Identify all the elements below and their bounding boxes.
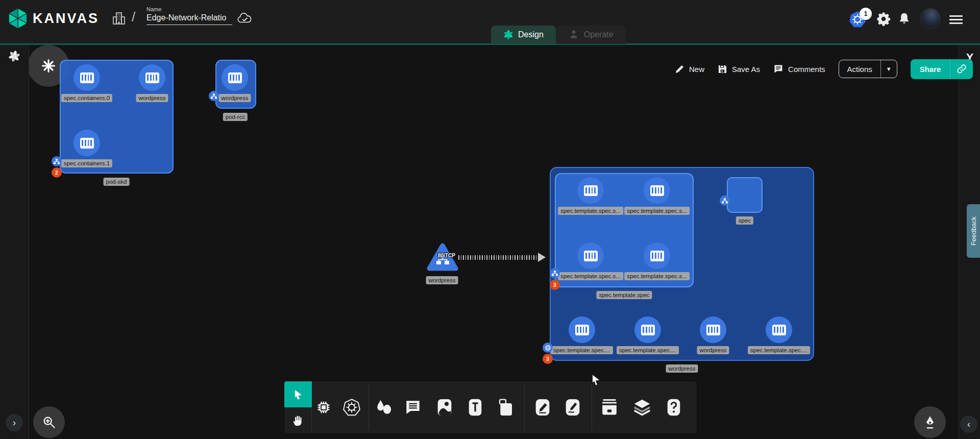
settings-gear-icon[interactable] bbox=[876, 11, 891, 29]
help-tool[interactable] bbox=[664, 397, 684, 418]
actions-label: Actions bbox=[839, 65, 880, 74]
comment-tool[interactable] bbox=[403, 397, 423, 418]
node-wordpress-service[interactable] bbox=[427, 243, 458, 274]
logo-text: KANVAS bbox=[33, 11, 99, 27]
node-spec-containers-0[interactable] bbox=[74, 64, 100, 91]
pencil-icon bbox=[675, 64, 684, 74]
tab-operate[interactable]: Operate bbox=[556, 26, 626, 44]
tab-operate-label: Operate bbox=[584, 30, 614, 39]
notifications-bell-icon[interactable] bbox=[897, 12, 911, 28]
edit-tool[interactable] bbox=[532, 397, 553, 418]
pen-tool-button[interactable] bbox=[914, 406, 946, 438]
tab-underline bbox=[0, 43, 980, 45]
left-rail: › bbox=[0, 45, 29, 439]
node-template-container[interactable] bbox=[577, 177, 604, 204]
draw-tool[interactable] bbox=[562, 397, 583, 418]
cursor-arrow-icon bbox=[292, 388, 304, 401]
pan-tool[interactable] bbox=[284, 407, 312, 433]
node-template-container[interactable] bbox=[644, 242, 670, 269]
user-avatar[interactable] bbox=[920, 8, 941, 29]
node-wordpress-container[interactable] bbox=[222, 64, 248, 91]
text-tool[interactable] bbox=[465, 397, 485, 418]
design-name-field: Name bbox=[146, 6, 232, 25]
right-rail: Y Feedback ‹ bbox=[959, 45, 980, 439]
cloud-saved-icon bbox=[237, 12, 252, 27]
node-wordpress-container[interactable] bbox=[700, 316, 726, 343]
chevron-down-icon[interactable]: ▼ bbox=[880, 60, 897, 78]
kanvas-logo[interactable]: KANVAS bbox=[8, 8, 99, 29]
group-pod-template[interactable] bbox=[555, 173, 694, 287]
copy-link-icon[interactable] bbox=[950, 59, 973, 79]
expand-right-panel-chevron[interactable]: ‹ bbox=[960, 416, 977, 433]
design-name-input[interactable] bbox=[146, 12, 232, 25]
node-wordpress-container[interactable] bbox=[139, 64, 165, 91]
node-template-container[interactable] bbox=[634, 316, 661, 343]
breadcrumb: / bbox=[132, 9, 135, 25]
kubernetes-tool[interactable] bbox=[341, 397, 362, 418]
group-spec[interactable] bbox=[727, 177, 763, 213]
meshery-spinner-icon[interactable] bbox=[8, 50, 20, 64]
node-label: spec.containers.0 bbox=[61, 94, 112, 102]
kanvas-hexagon-icon bbox=[8, 8, 28, 29]
node-template-container[interactable] bbox=[644, 177, 670, 204]
drawer-icon bbox=[600, 399, 619, 416]
edge-service-to-deployment[interactable] bbox=[458, 255, 539, 260]
comments-button[interactable]: Comments bbox=[773, 64, 825, 74]
expand-left-panel-chevron[interactable]: › bbox=[6, 414, 23, 431]
save-icon bbox=[718, 64, 727, 74]
shapes-tool[interactable] bbox=[374, 397, 394, 418]
node-label: spec.template.spec.s... bbox=[624, 272, 690, 280]
operate-users-icon bbox=[568, 30, 579, 40]
pod-template-network-badge[interactable] bbox=[550, 268, 560, 278]
node-label: spec.template.spec.... bbox=[748, 346, 810, 354]
pod-rcc-network-badge[interactable] bbox=[209, 91, 219, 101]
layers-tool[interactable] bbox=[632, 397, 652, 418]
spec-network-badge[interactable] bbox=[720, 196, 730, 206]
node-template-container[interactable] bbox=[766, 316, 792, 343]
edge-port-label: 80/TCP bbox=[438, 253, 455, 258]
pod-skd-network-badge[interactable] bbox=[52, 156, 62, 166]
node-spec-containers-1[interactable] bbox=[74, 130, 100, 156]
new-button[interactable]: New bbox=[675, 64, 704, 74]
edge-arrowhead bbox=[538, 253, 546, 262]
save-as-button[interactable]: Save As bbox=[718, 64, 760, 74]
actions-dropdown[interactable]: Actions ▼ bbox=[839, 60, 897, 78]
comment-icon bbox=[773, 64, 783, 74]
pod-template-count-badge[interactable]: 3 bbox=[550, 280, 560, 290]
save-as-label: Save As bbox=[732, 65, 760, 74]
pencil-scribble-icon bbox=[565, 398, 581, 417]
feedback-tab[interactable]: Feedback bbox=[967, 204, 980, 258]
deployment-globe-badge[interactable] bbox=[543, 343, 553, 353]
archive-tool[interactable] bbox=[599, 397, 620, 418]
chip-icon bbox=[315, 399, 332, 416]
select-tool[interactable] bbox=[284, 381, 312, 407]
name-field-label: Name bbox=[146, 6, 232, 12]
tab-design-label: Design bbox=[518, 30, 544, 39]
snowflake-icon bbox=[40, 58, 57, 74]
component-tool[interactable] bbox=[313, 397, 334, 418]
organization-icon[interactable] bbox=[111, 11, 127, 28]
mouse-cursor bbox=[590, 373, 603, 388]
question-icon bbox=[666, 398, 681, 417]
group-label-pod-template: spec.template.spec bbox=[596, 291, 652, 299]
node-label: wordpress bbox=[136, 94, 168, 102]
group-label-pod-rcc: pod-rcc bbox=[223, 113, 248, 121]
deployment-count-badge[interactable]: 3 bbox=[543, 354, 553, 364]
zoom-button[interactable] bbox=[33, 406, 65, 438]
image-icon bbox=[436, 398, 453, 417]
pod-skd-count-badge[interactable]: 2 bbox=[52, 167, 62, 178]
kanvas-app: KANVAS / Name bbox=[0, 0, 980, 439]
node-template-container[interactable] bbox=[577, 242, 604, 269]
image-tool[interactable] bbox=[434, 397, 455, 418]
node-label: wordpress bbox=[218, 94, 251, 102]
share-button[interactable]: Share bbox=[911, 59, 973, 79]
group-label-deployment: wordpress bbox=[666, 364, 698, 373]
design-action-bar: New Save As Comments Actions ▼ Share bbox=[675, 58, 973, 80]
node-label: spec.template.spec.s... bbox=[624, 207, 690, 215]
note-tool[interactable] bbox=[496, 397, 516, 418]
feedback-label: Feedback bbox=[970, 216, 977, 246]
dock-divider bbox=[592, 384, 592, 430]
tab-design[interactable]: Design bbox=[491, 26, 556, 44]
node-template-container[interactable] bbox=[569, 316, 595, 343]
menu-hamburger-icon[interactable] bbox=[949, 13, 963, 26]
